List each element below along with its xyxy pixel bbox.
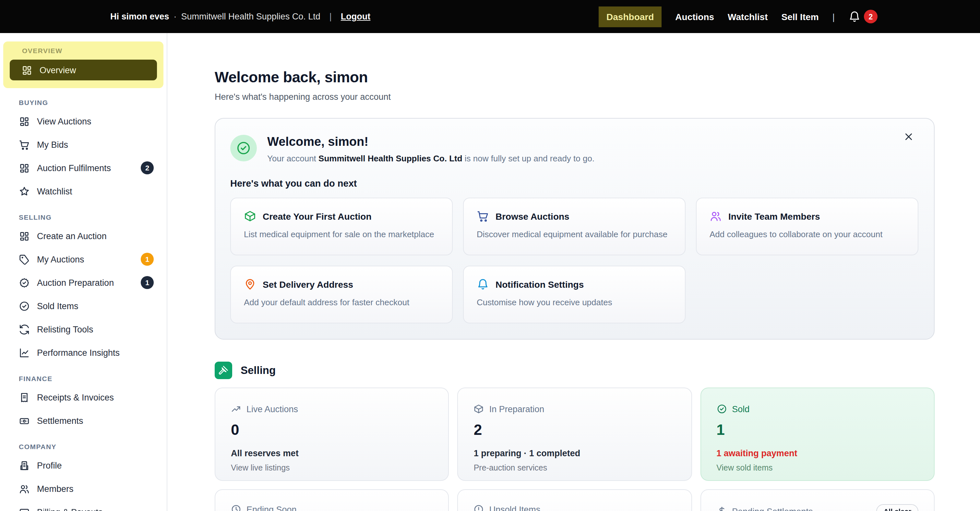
sidebar-item-label: View Auctions [37, 116, 91, 126]
welcome-card: Welcome, simon! Your account Summitwell … [215, 118, 935, 340]
grid-icon [19, 230, 30, 241]
selling-bottom-grid: Ending Soon Unsold Items Pending Settlem… [215, 489, 935, 511]
stat-label: Sold [732, 404, 749, 414]
sidebar-item-relisting-tools[interactable]: Relisting Tools [0, 317, 167, 341]
sidebar-item-my-bids[interactable]: My Bids [0, 133, 167, 156]
action-invite-team-members[interactable]: Invite Team Members Add colleagues to co… [696, 198, 918, 256]
stat-label-row: In Preparation [474, 404, 676, 414]
view-live-listings-link[interactable]: View live listings [231, 463, 433, 473]
section-label-overview: OVERVIEW [22, 47, 159, 54]
view-sold-items-link[interactable]: View sold items [716, 463, 918, 473]
card-label: Ending Soon [247, 505, 297, 511]
sidebar-section-finance: FINANCE Receipts & Invoices Settlements [0, 375, 167, 432]
sidebar-item-my-auctions[interactable]: My Auctions 1 [0, 248, 167, 271]
sidebar-item-sold-items[interactable]: Sold Items [0, 294, 167, 317]
stat-value: 0 [231, 421, 433, 439]
notifications-button[interactable]: 2 [848, 10, 878, 23]
sidebar-item-label: Auction Fulfilments [37, 163, 111, 173]
map-pin-icon [244, 278, 256, 290]
stat-subtext: 1 preparing · 1 completed [474, 449, 676, 458]
action-browse-auctions[interactable]: Browse Auctions Discover medical equipme… [463, 198, 686, 256]
sidebar-item-label: Sold Items [37, 301, 78, 311]
stat-card-in-preparation: In Preparation 2 1 preparing · 1 complet… [458, 387, 692, 481]
banknote-icon [19, 415, 30, 426]
bell-icon [477, 278, 489, 290]
action-desc: Add your default address for faster chec… [244, 297, 439, 307]
success-check-bubble [230, 135, 257, 161]
sidebar-item-create-an-auction[interactable]: Create an Auction [0, 224, 167, 248]
count-badge: 2 [141, 161, 154, 175]
grid-icon [19, 116, 30, 127]
user-greeting: Hi simon eves [110, 12, 169, 21]
card-ending-soon: Ending Soon [215, 489, 449, 511]
action-title: Invite Team Members [729, 211, 820, 221]
welcome-card-header: Welcome, simon! Your account Summitwell … [230, 135, 918, 163]
sidebar-item-overview[interactable]: Overview [10, 60, 157, 80]
package-icon [244, 210, 256, 222]
welcome-card-body: Your account Summitwell Health Supplies … [267, 154, 594, 163]
cart-icon [477, 210, 489, 222]
dot-separator: · [174, 12, 177, 21]
sidebar-item-settlements[interactable]: Settlements [0, 409, 167, 432]
sidebar-item-label: Settlements [37, 416, 83, 425]
action-notification-settings[interactable]: Notification Settings Customise how you … [463, 266, 686, 324]
sidebar-item-members[interactable]: Members [0, 477, 167, 500]
stat-label: In Preparation [489, 404, 544, 414]
sidebar-item-label: Watchlist [37, 186, 72, 196]
package-icon [474, 404, 484, 414]
sidebar-item-view-auctions[interactable]: View Auctions [0, 110, 167, 133]
selling-stats-grid: Live Auctions 0 All reserves met View li… [215, 387, 935, 481]
sidebar-item-auction-preparation[interactable]: Auction Preparation 1 [0, 271, 167, 294]
users-icon [710, 210, 722, 222]
company-name: Summitwell Health Supplies Co. Ltd [181, 12, 320, 21]
pipe-separator: | [329, 12, 332, 21]
logout-link[interactable]: Logout [341, 12, 370, 21]
sidebar-item-auction-fulfilments[interactable]: Auction Fulfilments 2 [0, 156, 167, 179]
count-badge: 1 [141, 253, 154, 266]
close-icon [904, 132, 914, 142]
welcome-card-text: Welcome, simon! Your account Summitwell … [267, 135, 594, 163]
sidebar-item-label: My Bids [37, 140, 68, 149]
action-create-first-auction[interactable]: Create Your First Auction List medical e… [230, 198, 453, 256]
sidebar-item-label: Relisting Tools [37, 324, 93, 334]
nav-dashboard[interactable]: Dashboard [599, 6, 662, 27]
pre-auction-services-link[interactable]: Pre-auction services [474, 463, 676, 473]
bell-icon [848, 10, 861, 23]
sidebar-item-performance-insights[interactable]: Performance Insights [0, 341, 167, 364]
close-button[interactable] [904, 132, 915, 143]
gavel-icon [219, 365, 228, 375]
sidebar-item-watchlist[interactable]: Watchlist [0, 179, 167, 203]
building-icon [19, 460, 30, 471]
sidebar-item-label: Receipts & Invoices [37, 392, 114, 402]
star-icon [19, 186, 30, 197]
stat-value: 1 [716, 421, 918, 439]
nav-separator: | [832, 11, 835, 22]
sidebar-item-billing-payouts[interactable]: Billing & Payouts [0, 500, 167, 511]
stat-label-row: Sold [716, 404, 918, 414]
action-set-delivery-address[interactable]: Set Delivery Address Add your default ad… [230, 266, 453, 324]
grid-icon [19, 162, 30, 173]
action-desc: List medical equipment for sale on the m… [244, 229, 439, 239]
sidebar-item-receipts-invoices[interactable]: Receipts & Invoices [0, 386, 167, 409]
check-circle-icon [716, 404, 727, 414]
selling-section-header: Selling [215, 362, 980, 379]
main-content: Welcome back, simon Here's what's happen… [167, 33, 980, 511]
stat-subtext: All reserves met [231, 449, 433, 458]
body-company-name: Summitwell Health Supplies Co. Ltd [318, 154, 463, 163]
line-chart-icon [19, 347, 30, 358]
nav-auctions[interactable]: Auctions [675, 11, 714, 22]
nav-watchlist[interactable]: Watchlist [728, 11, 768, 22]
receipt-icon [19, 392, 30, 403]
section-label-company: COMPANY [19, 443, 167, 451]
action-title: Notification Settings [495, 279, 584, 289]
welcome-card-title: Welcome, simon! [267, 135, 594, 149]
sidebar-item-profile[interactable]: Profile [0, 454, 167, 477]
body-prefix: Your account [267, 154, 318, 163]
nav-sell-item[interactable]: Sell Item [781, 11, 819, 22]
users-icon [19, 483, 30, 494]
sidebar-item-label: My Auctions [37, 254, 84, 264]
sidebar-item-label: Profile [37, 460, 62, 470]
action-title: Browse Auctions [495, 211, 570, 221]
dollar-sign-icon [716, 506, 727, 511]
sidebar-section-company: COMPANY Profile Members Billing & Payout… [0, 443, 167, 511]
